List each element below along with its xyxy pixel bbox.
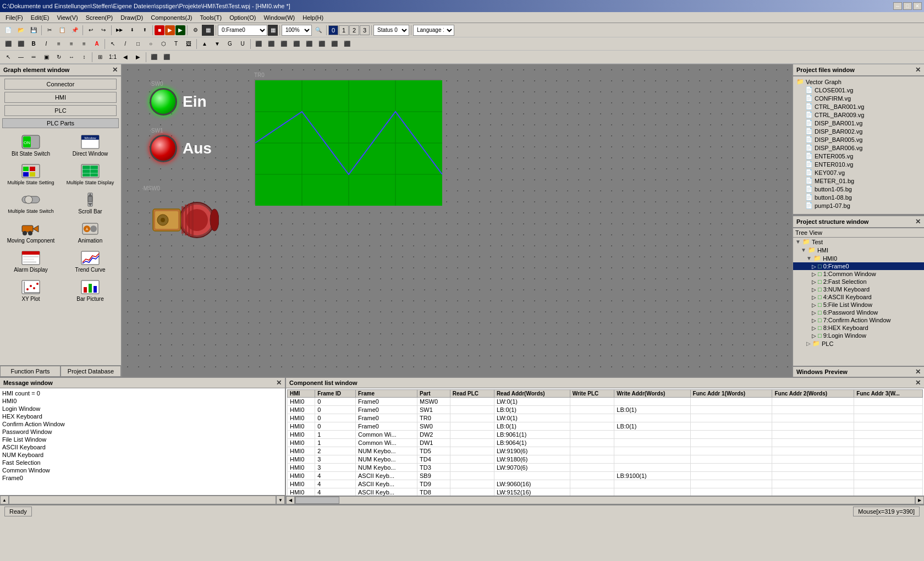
menu-draw[interactable]: Draw(D)	[117, 12, 146, 23]
structure-tree[interactable]: ▼ 📁 Test ▼ 📁 HMI ▼ 📁 HMI0 ▷ □ 0:F	[793, 238, 924, 360]
msg-scrollbar[interactable]	[9, 496, 276, 504]
file-item[interactable]: 📄 DISP_BAR005.vg	[794, 135, 923, 144]
flip-h-btn[interactable]: ↔	[65, 52, 78, 63]
table-row[interactable]: HMI01Common Wi...DW2LB:9061(1)	[288, 431, 923, 439]
file-item[interactable]: 📄 CLOSE001.vg	[794, 86, 923, 94]
menu-tools[interactable]: Tools(T)	[196, 12, 225, 23]
draw-rect[interactable]: □	[132, 38, 144, 50]
file-item[interactable]: 📄 ENTER005.vg	[794, 152, 923, 160]
file-item[interactable]: 📄 DISP_BAR001.vg	[794, 119, 923, 127]
part-direct-window[interactable]: Window Direct Window	[62, 131, 119, 158]
draw-line[interactable]: /	[119, 38, 131, 50]
align-v-center[interactable]: ⬛	[278, 38, 290, 50]
table-row[interactable]: HMI00Frame0SW0LB:0(1)LB:0(1)	[288, 422, 923, 431]
panel-scroll[interactable]: Connector HMI PLC PLC Parts ON Bit State	[0, 76, 121, 365]
arrange-back[interactable]: ▼	[211, 38, 223, 50]
component-window-content[interactable]: HMI Frame ID Frame Part Read PLC Read Ad…	[286, 388, 924, 496]
upload-btn[interactable]: ⬆	[139, 25, 151, 36]
comp-hscrollbar[interactable]	[295, 496, 915, 504]
comp-scroll-right[interactable]: ▶	[915, 496, 924, 504]
tree-num-keyboard[interactable]: ▷ □ 3:NUM Keyboard	[793, 285, 924, 293]
open-btn[interactable]: 📂	[15, 25, 27, 36]
tab-order-btn[interactable]: ⬛	[148, 52, 160, 63]
pointer-btn[interactable]: ↖	[2, 52, 14, 63]
part-bit-state-switch[interactable]: ON Bit State Switch	[2, 131, 59, 158]
menu-components[interactable]: Components(J)	[147, 12, 195, 23]
maximize-btn[interactable]: □	[903, 2, 912, 10]
tree-password-window[interactable]: ▷ □ 6:Password Window	[793, 309, 924, 316]
grid-btn[interactable]: ▦	[202, 25, 214, 36]
part-moving-component[interactable]: Moving Component	[2, 218, 59, 245]
align-top-btn[interactable]: ⬛	[252, 38, 265, 50]
tree-frame0[interactable]: ▷ □ 0:Frame0	[793, 262, 924, 270]
italic-btn[interactable]: I	[40, 38, 52, 50]
message-window-close[interactable]: ✕	[276, 379, 282, 387]
windows-preview-close[interactable]: ✕	[915, 368, 921, 376]
project-files-tree[interactable]: 📁 Vector Graph 📄 CLOSE001.vg📄 CONFIRM.vg…	[793, 76, 924, 215]
snap-grid-btn[interactable]: ⬛	[161, 52, 173, 63]
msw0-element[interactable]: ·MSW0	[142, 185, 219, 249]
new-btn[interactable]: 📄	[2, 25, 14, 36]
distribute-v[interactable]: ⬛	[316, 38, 328, 50]
redo-btn[interactable]: ↪	[97, 25, 109, 36]
comp-scroll-left[interactable]: ◀	[286, 496, 295, 504]
menu-option[interactable]: Option(O)	[226, 12, 259, 23]
simulate-btn[interactable]: ■	[155, 25, 164, 35]
text-align-right[interactable]: ≡	[78, 38, 90, 50]
table-row[interactable]: HMI01Common Wi...DW1LB:9064(1)	[288, 439, 923, 447]
table-row[interactable]: HMI04ASCII Keyb...SB9LB:9100(1)	[288, 472, 923, 480]
tree-confirm-window[interactable]: ▷ □ 7:Confirm Action Window	[793, 316, 924, 324]
page-1-btn[interactable]: 1	[339, 25, 349, 35]
line-width-btn[interactable]: ═	[28, 52, 40, 63]
file-item[interactable]: 📄 KEY007.vg	[794, 168, 923, 177]
project-database-tab[interactable]: Project Database	[61, 366, 121, 377]
menu-file[interactable]: File(F)	[2, 12, 26, 23]
hmi-btn[interactable]: HMI	[4, 92, 117, 103]
connector-btn[interactable]: Connector	[4, 79, 117, 90]
tree-root-vg[interactable]: 📁 Vector Graph	[794, 78, 923, 86]
text-align-center[interactable]: ≡	[65, 38, 78, 50]
table-row[interactable]: HMI03NUM Keybo...TD4LW:9180(6)	[288, 455, 923, 464]
align-center-btn[interactable]: ⬛	[15, 38, 27, 50]
tree-plc[interactable]: ▷ 📁 PLC	[793, 339, 924, 348]
tree-common-window[interactable]: ▷ □ 1:Common Window	[793, 270, 924, 278]
sw1-element[interactable]: ·SW1 Aus	[150, 128, 212, 162]
file-item[interactable]: 📄 button1-08.bg	[794, 193, 923, 201]
table-row[interactable]: HMI00Frame0SW1LB:0(1)LB:0(1)	[288, 406, 923, 414]
zoom-100-btn[interactable]: 1:1	[107, 52, 119, 63]
message-window-content[interactable]: HMI count = 0 HMI0 Login Window HEX Keyb…	[0, 388, 285, 495]
file-item[interactable]: 📄 CTRL_BAR009.vg	[794, 111, 923, 119]
canvas-area[interactable]: ·SW0 Ein ·SW1 Aus ·MSW0	[122, 64, 792, 377]
part-multi-state-setting[interactable]: Multiple State Setting	[2, 161, 59, 187]
file-item[interactable]: 📄 pump1-07.bg	[794, 201, 923, 210]
part-alarm-display[interactable]: Alarm Display	[2, 248, 59, 274]
same-height[interactable]: ⬛	[341, 38, 353, 50]
part-scroll-bar[interactable]: Scroll Bar	[62, 189, 119, 216]
draw-select[interactable]: ↖	[107, 38, 119, 50]
copy-btn[interactable]: 📋	[56, 25, 68, 36]
cut-btn[interactable]: ✂	[43, 25, 56, 36]
part-bar-picture[interactable]: Bar Picture	[62, 277, 119, 304]
tree-hex-keyboard[interactable]: ▷ □ 8:HEX Keyboard	[793, 324, 924, 332]
file-item[interactable]: 📄 METER_01.bg	[794, 177, 923, 185]
project-files-close[interactable]: ✕	[915, 66, 921, 74]
text-align-left[interactable]: ≡	[53, 38, 65, 50]
tree-hmi[interactable]: ▼ 📁 HMI	[793, 246, 924, 254]
same-width[interactable]: ⬛	[328, 38, 340, 50]
zoom-fit-btn[interactable]: ⊞	[94, 52, 106, 63]
simulate-btn2[interactable]: ▶	[165, 25, 175, 35]
file-item[interactable]: 📄 CTRL_BAR001.vg	[794, 102, 923, 111]
table-row[interactable]: HMI04ASCII Keyb...TD9LW:9060(16)	[288, 480, 923, 488]
comp-hscroll-thumb[interactable]	[295, 497, 339, 504]
draw-image[interactable]: 🖼	[183, 38, 195, 50]
sw0-element[interactable]: ·SW0 Ein	[150, 81, 207, 116]
part-animation[interactable]: A Animation	[62, 218, 119, 245]
file-item[interactable]: 📄 button1-05.bg	[794, 185, 923, 193]
draw-circle[interactable]: ○	[145, 38, 157, 50]
prev-page[interactable]: ◀	[119, 52, 131, 63]
tree-test[interactable]: ▼ 📁 Test	[793, 238, 924, 246]
group-btn[interactable]: G	[224, 38, 236, 50]
page-2-btn[interactable]: 2	[349, 25, 359, 35]
plc-btn[interactable]: PLC	[4, 105, 117, 116]
file-item[interactable]: 📄 CONFIRM.vg	[794, 94, 923, 102]
